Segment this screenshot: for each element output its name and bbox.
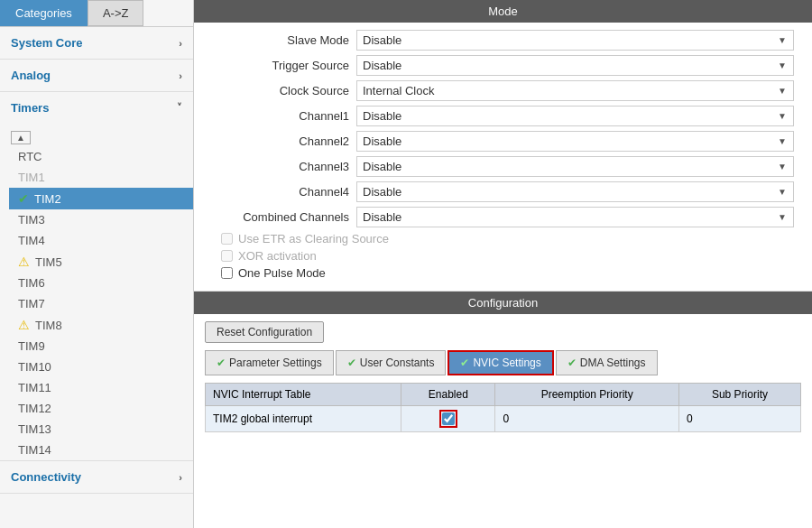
timers-label: Timers <box>11 101 49 115</box>
channel1-label: Channel1 <box>212 109 356 123</box>
etr-checkbox-row: Use ETR as Clearing Source <box>212 232 794 245</box>
timers-collapse-row: ▲ <box>9 127 193 146</box>
timers-sub-list: ▲ RTC TIM1 ✔ TIM2 TIM3 <box>0 124 193 460</box>
system-core-chevron: › <box>179 38 182 49</box>
tab-parameter-settings[interactable]: ✔ Parameter Settings <box>205 350 334 375</box>
one-pulse-checkbox[interactable] <box>221 267 233 279</box>
connectivity-header[interactable]: Connectivity › <box>0 461 193 493</box>
tim4-label: TIM4 <box>18 234 45 247</box>
sidebar-item-tim9[interactable]: TIM9 <box>9 336 193 357</box>
sidebar-item-tim11[interactable]: TIM11 <box>9 377 193 398</box>
tab-dma-settings[interactable]: ✔ DMA Settings <box>556 350 658 375</box>
tab-az[interactable]: A->Z <box>88 0 144 26</box>
slave-mode-row: Slave Mode Disable <box>212 30 794 51</box>
slave-mode-select[interactable]: Disable <box>356 30 794 51</box>
slave-mode-label: Slave Mode <box>212 33 356 47</box>
combined-channels-row: Combined Channels Disable <box>212 207 794 227</box>
enabled-checkbox[interactable] <box>442 412 455 425</box>
config-tabs: ✔ Parameter Settings ✔ User Constants ✔ … <box>194 350 812 375</box>
sidebar-item-tim3[interactable]: TIM3 <box>9 209 193 230</box>
tim1-label: TIM1 <box>18 171 45 184</box>
dma-tab-label: DMA Settings <box>580 357 646 369</box>
tab-categories[interactable]: Categories <box>0 0 88 26</box>
tab-user-constants[interactable]: ✔ User Constants <box>336 350 447 375</box>
combined-channels-label: Combined Channels <box>212 210 356 224</box>
sidebar-item-tim4[interactable]: TIM4 <box>9 230 193 251</box>
timers-header[interactable]: Timers ˅ <box>0 92 193 124</box>
col-header-name: NVIC Interrupt Table <box>206 384 401 406</box>
tab-nvic-settings[interactable]: ✔ NVIC Settings <box>448 350 553 375</box>
group-timers: Timers ˅ ▲ RTC TIM1 ✔ TIM2 <box>0 92 193 461</box>
reset-config-button[interactable]: Reset Configuration <box>205 321 324 343</box>
sidebar-item-tim12[interactable]: TIM12 <box>9 398 193 419</box>
param-tab-check-icon: ✔ <box>217 357 226 369</box>
tim2-check-icon: ✔ <box>18 191 29 206</box>
sidebar-item-rtc[interactable]: RTC <box>9 146 193 167</box>
timers-collapse-btn[interactable]: ▲ <box>11 131 31 144</box>
sidebar: Categories A->Z System Core › Analog › <box>0 0 194 528</box>
interrupt-name-cell: TIM2 global interrupt <box>206 406 401 432</box>
xor-checkbox[interactable] <box>221 250 233 262</box>
group-connectivity: Connectivity › <box>0 461 193 494</box>
col-header-sub: Sub Priority <box>678 384 800 406</box>
tim13-label: TIM13 <box>18 422 51 436</box>
trigger-source-select-wrapper: Disable <box>356 55 794 76</box>
user-tab-check-icon: ✔ <box>347 357 356 369</box>
clock-source-label: Clock Source <box>212 84 356 97</box>
sidebar-item-tim7[interactable]: TIM7 <box>9 293 193 314</box>
sidebar-tab-bar: Categories A->Z <box>0 0 193 27</box>
channel1-select[interactable]: Disable <box>356 106 794 126</box>
channel4-label: Channel4 <box>212 185 356 199</box>
sidebar-item-tim1[interactable]: TIM1 <box>9 167 193 188</box>
system-core-header[interactable]: System Core › <box>0 27 193 59</box>
channel1-row: Channel1 Disable <box>212 106 794 126</box>
etr-checkbox[interactable] <box>221 233 233 245</box>
config-toolbar: Reset Configuration <box>194 314 812 350</box>
mode-section: Slave Mode Disable Trigger Source Disabl… <box>194 23 812 292</box>
channel3-select[interactable]: Disable <box>356 156 794 177</box>
channel4-select[interactable]: Disable <box>356 181 794 202</box>
connectivity-label: Connectivity <box>11 470 81 484</box>
channel1-select-wrapper: Disable <box>356 106 794 126</box>
tim5-warn-icon: ⚠ <box>18 255 30 269</box>
xor-checkbox-row: XOR activation <box>212 249 794 263</box>
sidebar-item-tim2[interactable]: ✔ TIM2 <box>9 188 193 209</box>
channel3-row: Channel3 Disable <box>212 156 794 177</box>
tim7-label: TIM7 <box>18 297 45 310</box>
channel2-select-wrapper: Disable <box>356 131 794 152</box>
timers-chevron: ˅ <box>177 102 182 114</box>
trigger-source-select[interactable]: Disable <box>356 55 794 76</box>
rtc-label: RTC <box>18 150 42 163</box>
config-header: Configuration <box>194 292 812 314</box>
etr-label: Use ETR as Clearing Source <box>238 232 389 245</box>
channel2-select[interactable]: Disable <box>356 131 794 152</box>
channel3-label: Channel3 <box>212 160 356 173</box>
sidebar-item-tim5[interactable]: ⚠ TIM5 <box>9 251 193 273</box>
tim5-label: TIM5 <box>35 255 62 269</box>
sidebar-item-tim10[interactable]: TIM10 <box>9 357 193 377</box>
sidebar-item-tim14[interactable]: TIM14 <box>9 440 193 460</box>
clock-source-row: Clock Source Internal Clock <box>212 80 794 101</box>
clock-source-select[interactable]: Internal Clock <box>356 80 794 101</box>
trigger-source-row: Trigger Source Disable <box>212 55 794 76</box>
channel4-row: Channel4 Disable <box>212 181 794 202</box>
connectivity-chevron: › <box>179 472 182 483</box>
tim8-label: TIM8 <box>35 319 62 332</box>
analog-header[interactable]: Analog › <box>0 60 193 91</box>
sidebar-item-tim13[interactable]: TIM13 <box>9 419 193 440</box>
tim12-label: TIM12 <box>18 402 51 415</box>
channel4-select-wrapper: Disable <box>356 181 794 202</box>
channel3-select-wrapper: Disable <box>356 156 794 177</box>
col-header-preemption: Preemption Priority <box>495 384 678 406</box>
trigger-source-label: Trigger Source <box>212 59 356 72</box>
tim9-label: TIM9 <box>18 339 45 353</box>
sidebar-item-tim6[interactable]: TIM6 <box>9 273 193 293</box>
tim8-warn-icon: ⚠ <box>18 318 30 332</box>
combined-channels-select[interactable]: Disable <box>356 207 794 227</box>
combined-channels-select-wrapper: Disable <box>356 207 794 227</box>
nvic-tab-check-icon: ✔ <box>460 357 469 369</box>
one-pulse-checkbox-row: One Pulse Mode <box>212 266 794 280</box>
tim6-label: TIM6 <box>18 276 45 290</box>
sidebar-item-tim8[interactable]: ⚠ TIM8 <box>9 314 193 336</box>
nvic-table: NVIC Interrupt Table Enabled Preemption … <box>205 383 801 432</box>
